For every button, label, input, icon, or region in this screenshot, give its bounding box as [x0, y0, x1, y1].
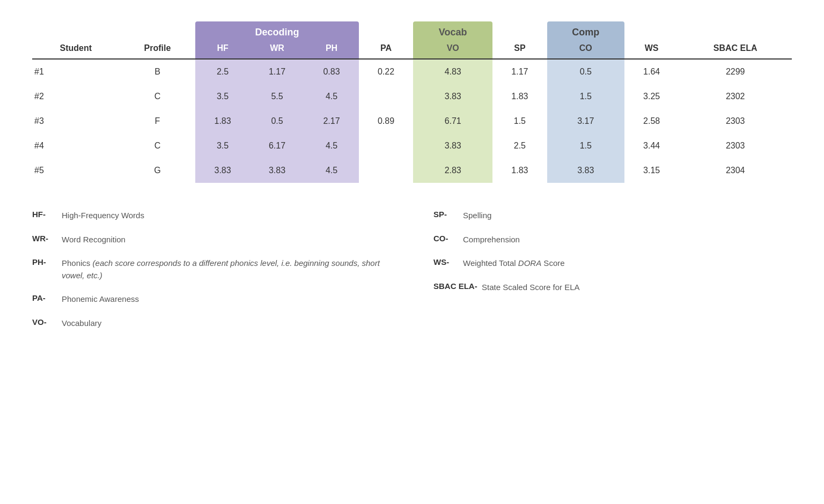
legend-pa-value: Phonemic Awareness	[62, 293, 139, 306]
data-table: Decoding Vocab Comp Student Profile HF W…	[32, 21, 792, 183]
table-cell: 1.5	[492, 109, 547, 134]
legend-wr: WR- Word Recognition	[32, 234, 391, 246]
table-cell: 3.44	[624, 134, 679, 158]
table-cell: 0.22	[359, 60, 413, 84]
legend-sbac: SBAC ELA- State Scaled Score for ELA	[433, 281, 792, 294]
th-co: CO	[547, 40, 624, 59]
table-cell: 1.17	[492, 60, 547, 84]
legend-hf: HF- High-Frequency Words	[32, 210, 391, 222]
legend-pa: PA- Phonemic Awareness	[32, 293, 391, 306]
table-cell: 1.83	[195, 109, 249, 134]
th-vo: VO	[413, 40, 492, 59]
table-cell: 2303	[679, 109, 792, 134]
table-cell: 3.5	[195, 84, 249, 109]
table-cell: 3.83	[413, 134, 492, 158]
th-empty-ws	[624, 21, 679, 40]
legend-sbac-value: State Scaled Score for ELA	[482, 281, 580, 294]
table-cell: 1.5	[547, 84, 624, 109]
table-cell: B	[120, 60, 196, 84]
table-cell: #4	[32, 134, 120, 158]
legend: HF- High-Frequency Words WR- Word Recogn…	[32, 210, 792, 341]
table-cell: #3	[32, 109, 120, 134]
table-cell: 3.15	[624, 158, 679, 183]
legend-vo-key: VO-	[32, 317, 62, 327]
legend-wr-key: WR-	[32, 234, 62, 243]
table-cell: 1.5	[547, 134, 624, 158]
table-cell: 4.5	[304, 134, 358, 158]
legend-ph-value: Phonics (each score corresponds to a dif…	[62, 257, 391, 281]
table-cell: 2.83	[413, 158, 492, 183]
table-cell: 2.17	[304, 109, 358, 134]
table-cell: 2.58	[624, 109, 679, 134]
group-header-row: Decoding Vocab Comp	[32, 21, 792, 40]
table-cell: 3.83	[413, 84, 492, 109]
table-row: #2C3.55.54.53.831.831.53.252302	[32, 84, 792, 109]
legend-sbac-key: SBAC ELA-	[433, 281, 482, 291]
sub-header-row: Student Profile HF WR PH PA VO SP CO WS …	[32, 40, 792, 59]
table-body: #1B2.51.170.830.224.831.170.51.642299#2C…	[32, 60, 792, 183]
table-cell	[359, 158, 413, 183]
th-student: Student	[32, 40, 120, 59]
table-cell	[359, 84, 413, 109]
legend-sp-key: SP-	[433, 210, 463, 219]
th-wr: WR	[250, 40, 304, 59]
table-cell: 0.89	[359, 109, 413, 134]
table-row: #3F1.830.52.170.896.711.53.172.582303	[32, 109, 792, 134]
table-cell: 3.83	[195, 158, 249, 183]
th-profile: Profile	[120, 40, 196, 59]
table-cell: #1	[32, 60, 120, 84]
th-pa: PA	[359, 40, 413, 59]
legend-right: SP- Spelling CO- Comprehension WS- Weigh…	[433, 210, 792, 341]
th-vocab-group: Vocab	[413, 21, 492, 40]
legend-sp: SP- Spelling	[433, 210, 792, 222]
th-empty-sbac	[679, 21, 792, 40]
table-cell: 3.17	[547, 109, 624, 134]
table-cell: 5.5	[250, 84, 304, 109]
legend-left: HF- High-Frequency Words WR- Word Recogn…	[32, 210, 391, 341]
table-cell: 1.83	[492, 158, 547, 183]
table-cell: 2302	[679, 84, 792, 109]
table-row: #5G3.833.834.52.831.833.833.152304	[32, 158, 792, 183]
table-cell: 4.5	[304, 84, 358, 109]
table-cell: C	[120, 84, 196, 109]
table-cell: 2303	[679, 134, 792, 158]
table-cell: 1.64	[624, 60, 679, 84]
th-sbac: SBAC ELA	[679, 40, 792, 59]
table-cell: 1.83	[492, 84, 547, 109]
table-row: #1B2.51.170.830.224.831.170.51.642299	[32, 60, 792, 84]
legend-ws-key: WS-	[433, 257, 463, 266]
table-cell: 2.5	[492, 134, 547, 158]
th-sp: SP	[492, 40, 547, 59]
legend-hf-value: High-Frequency Words	[62, 210, 144, 222]
table-cell: #5	[32, 158, 120, 183]
th-ph: PH	[304, 40, 358, 59]
table-cell: G	[120, 158, 196, 183]
table-cell: 6.71	[413, 109, 492, 134]
table-cell: 0.5	[250, 109, 304, 134]
table-cell: 2299	[679, 60, 792, 84]
th-empty-student	[32, 21, 120, 40]
th-ws: WS	[624, 40, 679, 59]
th-empty-sp	[492, 21, 547, 40]
table-cell: 3.83	[250, 158, 304, 183]
table-cell: C	[120, 134, 196, 158]
legend-co-key: CO-	[433, 234, 463, 243]
table-cell: 0.83	[304, 60, 358, 84]
legend-wr-value: Word Recognition	[62, 234, 126, 246]
legend-ph: PH- Phonics (each score corresponds to a…	[32, 257, 391, 281]
table-cell: 4.5	[304, 158, 358, 183]
th-empty-profile	[120, 21, 196, 40]
table-cell: 0.5	[547, 60, 624, 84]
table-row: #4C3.56.174.53.832.51.53.442303	[32, 134, 792, 158]
th-empty-pa	[359, 21, 413, 40]
th-decoding-group: Decoding	[195, 21, 358, 40]
legend-vo: VO- Vocabulary	[32, 317, 391, 330]
table-cell: #2	[32, 84, 120, 109]
table-cell	[359, 134, 413, 158]
table-cell: 3.25	[624, 84, 679, 109]
table-cell: 2.5	[195, 60, 249, 84]
main-table-wrapper: Decoding Vocab Comp Student Profile HF W…	[32, 21, 792, 183]
th-comp-group: Comp	[547, 21, 624, 40]
legend-pa-key: PA-	[32, 293, 62, 302]
th-hf: HF	[195, 40, 249, 59]
